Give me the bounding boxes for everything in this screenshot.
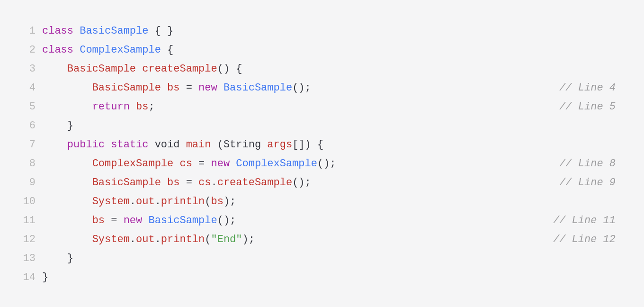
code-line: 12 System.out.println("End");// Line 12 xyxy=(5,230,635,249)
code-content: class ComplexSample { xyxy=(42,41,616,60)
code-line: 7 public static void main (String args[]… xyxy=(5,135,635,154)
token-pn: (); xyxy=(292,177,311,189)
line-comment xyxy=(616,117,635,135)
token-name: BasicSample xyxy=(92,177,167,189)
token-pn: . xyxy=(211,177,217,189)
line-number: 2 xyxy=(5,41,42,60)
token-pn: . xyxy=(130,196,136,208)
token-name: System xyxy=(92,196,130,208)
line-number: 3 xyxy=(5,60,42,79)
token-type: ComplexSample xyxy=(236,158,317,170)
token-pn: { xyxy=(161,44,173,56)
code-content: BasicSample bs = new BasicSample(); xyxy=(42,79,559,98)
token-name: bs xyxy=(211,196,223,208)
line-comment xyxy=(616,135,635,154)
token-pn: (); xyxy=(292,82,311,94)
line-comment xyxy=(616,268,635,287)
code-content: } xyxy=(42,117,616,135)
token-pn: } xyxy=(67,253,73,264)
token-name: bs xyxy=(92,215,111,226)
line-number: 12 xyxy=(5,230,42,249)
token-pn: (); xyxy=(217,215,236,226)
code-line: 2class ComplexSample { xyxy=(5,41,635,60)
code-content: System.out.println(bs); xyxy=(42,192,616,211)
line-number: 5 xyxy=(5,98,42,117)
token-kw: public xyxy=(67,139,111,151)
token-pn: { } xyxy=(148,25,173,37)
line-comment: // Line 4 xyxy=(559,79,635,98)
token-name: bs xyxy=(167,177,186,189)
code-line: 5 return bs;// Line 5 xyxy=(5,98,635,117)
token-pn: void xyxy=(155,139,186,151)
token-fn: createSample xyxy=(217,177,292,189)
line-number: 4 xyxy=(5,79,42,98)
line-comment xyxy=(616,192,635,211)
token-kw: new xyxy=(211,158,236,170)
line-comment: // Line 9 xyxy=(559,173,635,192)
token-kw: class xyxy=(42,25,80,37)
token-name: out xyxy=(136,196,155,208)
code-content: } xyxy=(42,249,616,268)
line-comment: // Line 11 xyxy=(553,211,635,230)
line-number: 13 xyxy=(5,249,42,268)
line-comment: // Line 12 xyxy=(553,230,635,249)
token-name: cs xyxy=(198,177,211,189)
code-content: ComplexSample cs = new ComplexSample(); xyxy=(42,154,559,173)
code-line: 8 ComplexSample cs = new ComplexSample()… xyxy=(5,154,635,173)
code-line: 13 } xyxy=(5,249,635,268)
token-name: BasicSample xyxy=(67,63,142,75)
code-content: } xyxy=(42,268,616,287)
token-name: ComplexSample xyxy=(92,158,180,170)
token-fn: createSample xyxy=(142,63,217,75)
code-line: 9 BasicSample bs = cs.createSample();// … xyxy=(5,173,635,192)
token-pn: } xyxy=(42,271,48,283)
code-line: 10 System.out.println(bs); xyxy=(5,192,635,211)
token-pn: String xyxy=(224,139,267,151)
token-type: BasicSample xyxy=(80,25,148,37)
token-name: cs xyxy=(179,158,198,170)
token-str: "End" xyxy=(211,234,242,245)
token-kw: class xyxy=(42,44,80,56)
line-number: 9 xyxy=(5,173,42,192)
line-number: 8 xyxy=(5,154,42,173)
token-pn: () { xyxy=(217,63,242,75)
line-comment: // Line 8 xyxy=(559,154,635,173)
token-pn: = xyxy=(186,177,198,189)
token-pn: (); xyxy=(317,158,336,170)
token-name: BasicSample xyxy=(92,82,167,94)
code-content: public static void main (String args[]) … xyxy=(42,135,616,154)
line-number: 1 xyxy=(5,22,42,41)
code-line: 1class BasicSample { } xyxy=(5,22,635,41)
token-pn: ( xyxy=(205,196,211,208)
token-pn: . xyxy=(130,234,136,245)
line-comment xyxy=(616,41,635,60)
code-content: class BasicSample { } xyxy=(42,22,616,41)
line-number: 11 xyxy=(5,211,42,230)
token-name: args xyxy=(267,139,292,151)
code-line: 6 } xyxy=(5,117,635,135)
token-pn: } xyxy=(67,120,73,132)
token-fn: main xyxy=(186,139,217,151)
code-line: 4 BasicSample bs = new BasicSample();// … xyxy=(5,79,635,98)
code-content: BasicSample bs = cs.createSample(); xyxy=(42,173,559,192)
token-fn: println xyxy=(161,196,205,208)
token-pn: = xyxy=(111,215,123,226)
token-kw: new xyxy=(198,82,224,94)
token-pn: ( xyxy=(217,139,224,151)
code-line: 3 BasicSample createSample() { xyxy=(5,60,635,79)
token-type: ComplexSample xyxy=(80,44,161,56)
line-number: 7 xyxy=(5,135,42,154)
token-name: bs xyxy=(167,82,186,94)
token-fn: println xyxy=(161,234,205,245)
token-pn: . xyxy=(155,196,161,208)
token-pn: ); xyxy=(224,196,236,208)
token-pn: ; xyxy=(148,101,154,113)
token-name: out xyxy=(136,234,155,245)
line-number: 10 xyxy=(5,192,42,211)
line-comment xyxy=(616,22,635,41)
code-line: 14} xyxy=(5,268,635,287)
code-content: return bs; xyxy=(42,98,559,117)
token-pn: ); xyxy=(242,234,255,245)
token-pn: []) { xyxy=(292,139,323,151)
line-comment xyxy=(616,249,635,268)
